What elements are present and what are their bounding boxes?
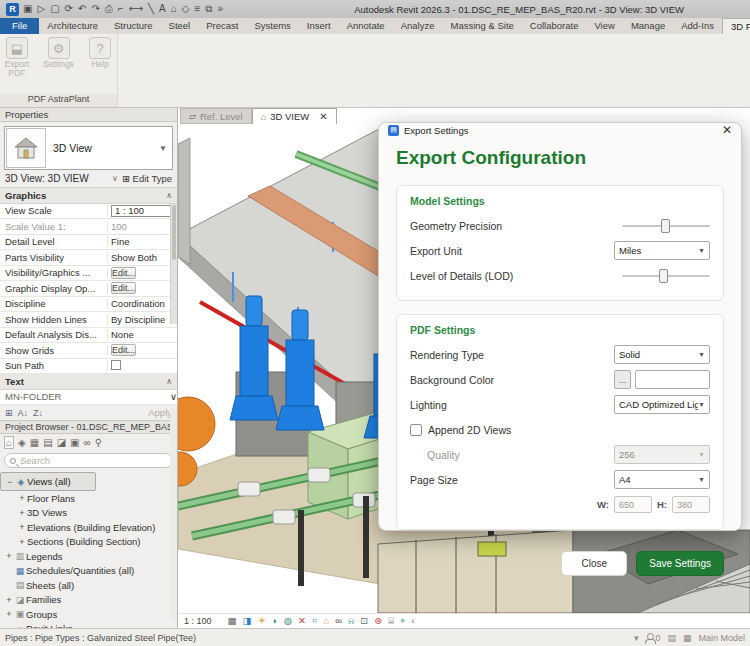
collapse-icon[interactable]: ‹ xyxy=(411,616,414,626)
apply-button[interactable]: Apply xyxy=(148,407,172,418)
browser-scrollbar[interactable] xyxy=(170,408,177,618)
chevron-down-icon[interactable]: ▼ xyxy=(159,144,172,153)
ribbon-tab-insert[interactable]: Insert xyxy=(299,18,339,34)
shadows-icon[interactable]: ◗ xyxy=(272,616,278,626)
chevron-down-icon[interactable]: ▾ xyxy=(634,633,639,643)
save-icon[interactable]: ▢ xyxy=(50,3,59,15)
expand-icon[interactable]: + xyxy=(17,522,27,532)
ribbon-tab-add-ins[interactable]: Add-Ins xyxy=(673,18,722,34)
append-2d-views-checkbox[interactable] xyxy=(410,424,422,436)
close-button[interactable]: Close xyxy=(561,551,627,576)
property-value[interactable]: By Discipline xyxy=(108,314,177,325)
export-pdf-button[interactable]: ⬓Export PDF xyxy=(0,37,34,94)
ribbon-tab-annotate[interactable]: Annotate xyxy=(339,18,393,34)
dialog-title-bar[interactable]: ▤ Export Settings ✕ xyxy=(379,123,741,137)
worksets-button[interactable]: 0 xyxy=(645,633,660,643)
design-options-icon[interactable]: ▦ xyxy=(683,633,692,643)
search-input[interactable]: Search xyxy=(4,453,173,468)
expand-icon[interactable]: + xyxy=(17,493,27,503)
property-value[interactable]: Fine xyxy=(108,236,177,247)
browser-views-icon[interactable]: ◈ xyxy=(18,437,26,448)
browser-schedules-icon[interactable]: ▦ xyxy=(30,437,39,448)
background-color-input[interactable] xyxy=(635,370,710,389)
ribbon-tab-precast[interactable]: Precast xyxy=(198,18,246,34)
temporary-view-properties-icon[interactable]: ⊡ xyxy=(360,616,368,626)
browser-sheets-icon[interactable]: ▤ xyxy=(43,437,52,448)
tree-item-floor-plans[interactable]: +Floor Plans xyxy=(0,491,177,506)
ribbon-tab-manage[interactable]: Manage xyxy=(623,18,673,34)
expand-icon[interactable]: + xyxy=(4,595,14,605)
property-value-input[interactable]: 1 : 100 xyxy=(111,205,174,217)
tree-item-sheets-all-[interactable]: ▤Sheets (all) xyxy=(0,578,177,593)
property-value[interactable]: Show Both xyxy=(108,252,177,263)
type-selector[interactable]: 3D View ▼ xyxy=(4,126,173,170)
collapse-icon[interactable]: ∧ xyxy=(166,191,177,200)
measure-icon[interactable]: ⌐ xyxy=(118,3,124,15)
sun-path-icon[interactable]: ☀ xyxy=(258,616,267,626)
property-value[interactable]: 100 xyxy=(108,221,177,232)
ribbon-tab-view[interactable]: View xyxy=(586,18,622,34)
sync-icon[interactable]: ⟳ xyxy=(65,3,73,15)
redo-icon[interactable]: ↷ xyxy=(91,3,99,15)
properties-filter-icon[interactable]: ⊞ xyxy=(5,408,13,418)
property-value[interactable]: Coordination xyxy=(108,298,177,309)
tree-item-sections-building-section-[interactable]: +Sections (Building Section) xyxy=(0,535,177,550)
reveal-hidden-icon[interactable]: ⍾ xyxy=(348,616,354,626)
settings-button[interactable]: ⚙Settings xyxy=(42,37,76,94)
save-settings-button[interactable]: Save Settings xyxy=(636,551,724,576)
edit-button[interactable]: Edit... xyxy=(111,282,136,294)
line-icon[interactable]: ╲ xyxy=(148,3,154,15)
orange-tank[interactable] xyxy=(178,397,215,451)
close-tab-icon[interactable]: ✕ xyxy=(319,111,327,122)
browser-groups-icon[interactable]: ▣ xyxy=(70,437,79,448)
view-tab-3d-view[interactable]: ⌂ 3D VIEW ✕ xyxy=(252,108,337,124)
tree-item-3d-views[interactable]: +3D Views xyxy=(0,506,177,521)
views-icon[interactable]: ▣ xyxy=(23,3,32,15)
sun-path-checkbox[interactable] xyxy=(111,360,121,370)
section-icon[interactable]: ◇ xyxy=(182,3,190,15)
chevron-down-icon[interactable]: ∨ xyxy=(170,391,177,402)
ribbon-tab-collaborate[interactable]: Collaborate xyxy=(522,18,587,34)
collapse-icon[interactable]: − xyxy=(5,477,15,487)
analytical-model-icon[interactable]: ⊛ xyxy=(374,616,382,626)
edit-button[interactable]: Edit... xyxy=(111,344,136,356)
help-button[interactable]: ?Help xyxy=(83,37,117,94)
geometry-precision-slider[interactable] xyxy=(622,219,710,233)
tree-item-families[interactable]: +◪Families xyxy=(0,593,177,608)
edit-type-button[interactable]: ⊞ Edit Type xyxy=(122,173,172,184)
ribbon-tab-3d-pdf[interactable]: 3D PDF xyxy=(722,18,750,34)
edit-button[interactable]: Edit... xyxy=(111,267,136,279)
browser-families-icon[interactable]: ◪ xyxy=(57,437,66,448)
expand-icon[interactable]: + xyxy=(4,609,14,619)
thin-lines-icon[interactable]: ≡ xyxy=(194,3,200,15)
expand-icon[interactable]: + xyxy=(17,537,27,547)
displacement-icon[interactable]: ⌖ xyxy=(400,616,405,626)
rendering-icon[interactable]: ◍ xyxy=(284,616,292,626)
view-scale-button[interactable]: 1 : 100 xyxy=(184,616,212,626)
rendering-type-select[interactable]: Solid ▼ xyxy=(614,345,710,364)
expand-icon[interactable]: + xyxy=(17,508,27,518)
ribbon-tab-massing-site[interactable]: Massing & Site xyxy=(442,18,521,34)
tree-item-views-all-[interactable]: −◈Views (all) xyxy=(0,472,96,491)
property-section-graphics[interactable]: Graphics∧ xyxy=(0,188,177,204)
collapse-icon[interactable]: ∧ xyxy=(166,377,177,386)
switch-windows-icon[interactable]: ⧉ xyxy=(205,3,212,15)
tree-item-schedules-quantities-all-[interactable]: ▦Schedules/Quantities (all) xyxy=(0,564,177,579)
lighting-select[interactable]: CAD Optimized Light ▼ xyxy=(614,395,710,414)
print-icon[interactable]: ⎙ xyxy=(105,3,113,15)
browser-links-icon[interactable]: ∞ xyxy=(84,437,91,448)
tree-item-legends[interactable]: +▥Legends xyxy=(0,549,177,564)
property-section-text[interactable]: Text∧ xyxy=(0,374,177,390)
tree-item-elevations-building-elevation-[interactable]: +Elevations (Building Elevation) xyxy=(0,520,177,535)
temporary-hide-icon[interactable]: ∞ xyxy=(335,616,342,626)
lock-view-icon[interactable]: ⌂ xyxy=(323,616,329,626)
text-icon[interactable]: A xyxy=(159,3,166,15)
ribbon-tab-architecture[interactable]: Architecture xyxy=(39,18,106,34)
ribbon-tab-analyze[interactable]: Analyze xyxy=(393,18,443,34)
export-unit-select[interactable]: Miles ▼ xyxy=(614,241,710,260)
property-value[interactable]: None xyxy=(108,329,177,340)
tree-item-groups[interactable]: +▣Groups xyxy=(0,607,177,622)
ribbon-tab-steel[interactable]: Steel xyxy=(161,18,199,34)
browser-home-icon[interactable]: ⌂ xyxy=(4,436,14,449)
open-icon[interactable]: ▷ xyxy=(37,3,45,15)
